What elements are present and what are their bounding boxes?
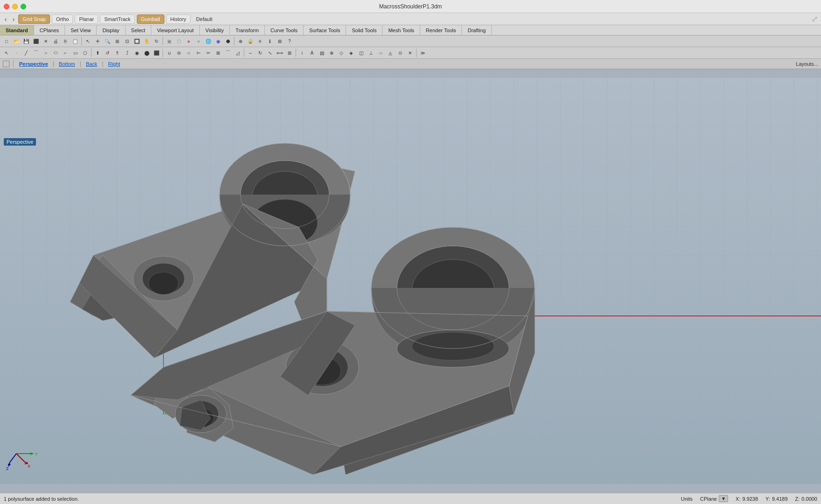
shaded-icon[interactable]: ▣ [164,36,174,46]
viewport-tab-right[interactable]: Right [106,61,122,67]
polyline-icon[interactable]: ⌐ [61,48,70,57]
move2-icon[interactable]: ↔ [246,48,255,57]
save-small-icon[interactable]: ⬛ [31,36,41,46]
snap-tan-icon[interactable]: ⌓ [376,48,385,57]
smarttrack-button[interactable]: SmartTrack [100,14,134,24]
revolve-icon[interactable]: ↺ [103,48,112,57]
tab-select[interactable]: Select [126,25,152,35]
circle-icon[interactable]: ○ [41,48,50,57]
osnap-icon[interactable]: ⊞ [275,36,284,46]
tab-surface-tools[interactable]: Surface Tools [304,25,346,35]
lock-icon[interactable]: 🔒 [246,36,255,46]
dot-icon[interactable]: · [12,48,21,57]
layouts-button[interactable]: Layouts... [796,61,818,67]
close-button[interactable] [4,4,9,9]
gumball-button[interactable]: Gumball [137,14,164,24]
tab-visibility[interactable]: Visibility [200,25,230,35]
snap-end-icon[interactable]: ◇ [337,48,346,57]
tab-viewport-layout[interactable]: Viewport Layout [151,25,200,35]
cursor-icon[interactable]: ↖ [2,48,11,57]
sphere-icon[interactable]: ○ [194,36,203,46]
snap-near-icon[interactable]: ◫ [356,48,366,57]
snap2pt-icon[interactable]: ⊕ [236,36,245,46]
arc-icon[interactable]: ⌒ [31,48,41,57]
tab-standard[interactable]: Standard [0,25,34,35]
tab-transform[interactable]: Transform [230,25,265,35]
boolean-union-icon[interactable]: ∪ [164,48,174,57]
snap-perp-icon[interactable]: ⊥ [366,48,375,57]
tab-mesh-tools[interactable]: Mesh Tools [382,25,420,35]
save-icon[interactable]: 💾 [21,36,31,46]
text-icon[interactable]: A [307,48,317,57]
zoom-win-icon[interactable]: 🔲 [132,36,142,46]
tab-curve-tools[interactable]: Curve Tools [265,25,304,35]
cplane-item[interactable]: CPlane ▼ [700,495,728,502]
nav-forward[interactable]: › [11,15,17,23]
rect-icon[interactable]: ▭ [71,48,80,57]
snap-mid-icon[interactable]: ◈ [347,48,356,57]
cplane-badge[interactable]: ▼ [719,495,728,502]
viewport-3d[interactable]: Perspective [0,69,821,493]
history-button[interactable]: History [166,14,191,24]
new-icon[interactable]: □ [2,36,11,46]
copy-icon[interactable]: ⎘ [61,36,70,46]
viewport-tab-back[interactable]: Back [84,61,99,67]
zoom-in-icon[interactable]: 🔍 [103,36,112,46]
osnap2-icon[interactable]: ⊕ [327,48,336,57]
ortho-button[interactable]: Ortho [52,14,73,24]
paste-icon[interactable]: 📋 [71,36,80,46]
viewport-grid-icon[interactable] [3,61,9,67]
viewport-tab-bottom[interactable]: Bottom [57,61,77,67]
join-icon[interactable]: ⊞ [213,48,223,57]
zoom-ext-icon[interactable]: ⊞ [113,36,122,46]
layer-icon[interactable]: ≡ [255,36,265,46]
tab-set-view[interactable]: Set View [65,25,97,35]
polygon-icon[interactable]: ⬡ [80,48,90,57]
dim-icon[interactable]: ↕ [297,48,307,57]
planar-button[interactable]: Planar [75,14,98,24]
cylinder-icon[interactable]: ⬤ [142,48,151,57]
open-icon[interactable]: 📂 [12,36,21,46]
grid-snap-button[interactable]: Grid Snap [18,14,50,24]
array-icon[interactable]: ⊞ [285,48,294,57]
tab-cplanes[interactable]: CPlanes [34,25,65,35]
boolean-int-icon[interactable]: ∩ [184,48,193,57]
scale-icon[interactable]: ⤡ [265,48,275,57]
move-icon[interactable]: ✛ [93,36,102,46]
line-icon[interactable]: ╱ [21,48,31,57]
nav-back[interactable]: ‹ [3,15,9,23]
snap-quad-icon[interactable]: ◬ [386,48,395,57]
sphere2-icon[interactable]: ◉ [132,48,142,57]
properties-icon[interactable]: ℹ [265,36,275,46]
help-icon[interactable]: ? [285,36,294,46]
rotate-view-icon[interactable]: ↻ [152,36,161,46]
tab-display[interactable]: Display [97,25,125,35]
close-doc-icon[interactable]: ✕ [41,36,50,46]
boolean-diff-icon[interactable]: ⊖ [174,48,184,57]
snap-int-icon[interactable]: ✕ [405,48,415,57]
globe-icon[interactable]: 🌐 [204,36,213,46]
color-icon[interactable]: ◉ [213,36,223,46]
sweep1-icon[interactable]: ⤴ [122,48,132,57]
mirror-icon[interactable]: ⟺ [275,48,284,57]
render-icon[interactable]: ● [184,36,193,46]
loft-icon[interactable]: ⇑ [113,48,122,57]
tab-solid-tools[interactable]: Solid Tools [346,25,382,35]
extrude-icon[interactable]: ⬆ [93,48,102,57]
ellipse-icon[interactable]: ⬭ [51,48,60,57]
minimize-button[interactable] [12,4,18,9]
print-icon[interactable]: 🖨 [51,36,60,46]
zoom-sel-icon[interactable]: ⊡ [122,36,132,46]
snap-cen-icon[interactable]: ⊙ [396,48,405,57]
tab-render-tools[interactable]: Render Tools [420,25,462,35]
box-icon[interactable]: ⬛ [152,48,161,57]
tab-drafting[interactable]: Drafting [462,25,492,35]
pan-icon[interactable]: ✋ [142,36,151,46]
trim-icon[interactable]: ✂ [204,48,213,57]
viewport-tab-perspective[interactable]: Perspective [17,61,50,67]
mesh2-icon[interactable]: ⬣ [223,36,233,46]
rotate2-icon[interactable]: ↻ [255,48,265,57]
select-icon[interactable]: ↖ [83,36,92,46]
fillet-icon[interactable]: ⌒ [223,48,233,57]
chamfer-icon[interactable]: ◿ [233,48,242,57]
